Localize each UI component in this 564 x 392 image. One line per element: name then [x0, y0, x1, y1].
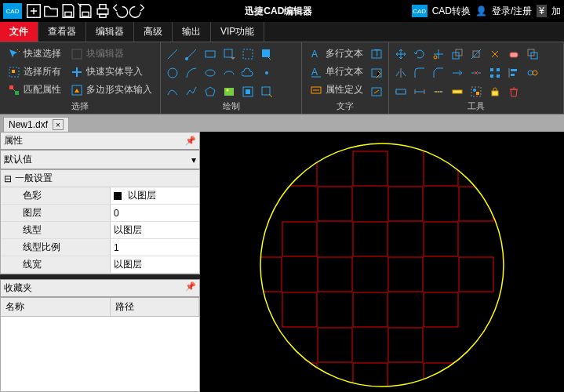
- undo-icon[interactable]: [111, 2, 129, 20]
- ray-icon[interactable]: [184, 47, 198, 61]
- svg-rect-10: [72, 49, 82, 59]
- favorites-table: 名称 路径: [0, 297, 200, 392]
- close-tab-icon[interactable]: ×: [53, 119, 64, 130]
- group-icon[interactable]: [469, 85, 483, 99]
- property-section[interactable]: ⊟ 一般设置: [1, 170, 199, 187]
- spline-icon[interactable]: [166, 85, 180, 99]
- svg-rect-23: [246, 89, 250, 94]
- join-icon[interactable]: [526, 66, 540, 80]
- align-icon[interactable]: [507, 66, 521, 80]
- lengthen-icon[interactable]: [413, 85, 427, 99]
- tab-vip[interactable]: VIP功能: [211, 22, 264, 42]
- fav-col-path[interactable]: 路径: [111, 298, 199, 316]
- prop-row-lineweight[interactable]: 线宽以图层: [1, 256, 199, 274]
- block-icon[interactable]: [241, 85, 255, 99]
- arc-icon[interactable]: [184, 66, 198, 80]
- singleline-text-button[interactable]: A单行文本: [307, 64, 366, 80]
- array-icon[interactable]: [488, 66, 502, 80]
- divide-icon[interactable]: [431, 85, 446, 99]
- save-icon[interactable]: [60, 2, 77, 20]
- fillet-icon[interactable]: [413, 66, 427, 80]
- rotate-icon[interactable]: [413, 47, 427, 61]
- textbox-icon[interactable]: T: [369, 47, 384, 61]
- erase-icon[interactable]: [507, 47, 521, 61]
- scale-icon[interactable]: [450, 47, 464, 61]
- chamfer-icon[interactable]: [431, 66, 446, 80]
- fav-col-name[interactable]: 名称: [1, 298, 111, 316]
- purge-icon[interactable]: [507, 85, 521, 99]
- svg-rect-14: [224, 49, 232, 57]
- tab-editor[interactable]: 编辑器: [86, 22, 134, 42]
- move-icon[interactable]: [394, 47, 408, 61]
- textstyle-icon[interactable]: [369, 85, 384, 99]
- shape-dd-icon[interactable]: [222, 47, 236, 61]
- svg-rect-60: [318, 187, 352, 221]
- properties-header: 属性 📌: [0, 132, 200, 150]
- extend-icon[interactable]: [450, 66, 464, 80]
- point-icon[interactable]: [260, 66, 274, 80]
- property-selector[interactable]: 默认值 ▾: [0, 150, 200, 169]
- svg-rect-20: [224, 88, 234, 96]
- region-icon[interactable]: [241, 47, 255, 61]
- select-all-button[interactable]: 选择所有: [5, 64, 64, 80]
- ellipse-icon[interactable]: [203, 66, 217, 80]
- polygon-icon[interactable]: [203, 85, 217, 99]
- svg-rect-39: [490, 68, 493, 71]
- polyline-icon[interactable]: [184, 85, 198, 99]
- favorites-header: 收藏夹 📌: [0, 279, 200, 297]
- quick-import-button[interactable]: 快速实体导入: [67, 64, 155, 80]
- lock-icon[interactable]: [488, 85, 502, 99]
- document-tabs: New1.dxf ×: [0, 114, 564, 132]
- polyline-input-button[interactable]: 多边形实体输入: [67, 82, 155, 98]
- new-icon[interactable]: [25, 2, 42, 20]
- circle-icon[interactable]: [166, 66, 180, 80]
- line-icon[interactable]: [166, 47, 180, 61]
- cad-convert-link[interactable]: CAD转换: [432, 5, 471, 18]
- prop-row-layer[interactable]: 图层0: [1, 205, 199, 222]
- ellipse-arc-icon[interactable]: [222, 66, 236, 80]
- tab-output[interactable]: 输出: [173, 22, 211, 42]
- upgrade-link[interactable]: 加: [551, 5, 561, 18]
- saveas-icon[interactable]: [77, 2, 94, 20]
- copy-icon[interactable]: [526, 47, 540, 61]
- trim-icon[interactable]: [431, 47, 446, 61]
- break-icon[interactable]: [469, 66, 483, 80]
- hatch-dd-icon[interactable]: [260, 47, 274, 61]
- attribute-def-button[interactable]: 属性定义: [307, 82, 366, 98]
- svg-rect-68: [388, 257, 423, 292]
- svg-rect-40: [497, 68, 500, 71]
- drawing-canvas[interactable]: [200, 132, 564, 392]
- block-editor-button[interactable]: 块编辑器: [67, 45, 155, 62]
- mirror-icon[interactable]: [394, 66, 408, 80]
- multiline-text-button[interactable]: A多行文本: [307, 45, 366, 62]
- textedit-icon[interactable]: [369, 66, 384, 80]
- image-icon[interactable]: [222, 85, 236, 99]
- print-icon[interactable]: [94, 2, 111, 20]
- login-link[interactable]: 登录/注册: [492, 5, 532, 18]
- quick-select-button[interactable]: 快速选择: [5, 45, 64, 62]
- select-all-icon: [8, 66, 20, 78]
- pin-icon[interactable]: 📌: [185, 136, 196, 146]
- offset-icon[interactable]: [469, 47, 483, 61]
- insert-block-icon[interactable]: [260, 85, 274, 99]
- pin-icon[interactable]: 📌: [185, 281, 196, 295]
- svg-text:T: T: [374, 48, 380, 59]
- open-icon[interactable]: [42, 2, 60, 20]
- cloud-icon[interactable]: [241, 66, 255, 80]
- tab-file[interactable]: 文件: [0, 22, 38, 42]
- explode-icon[interactable]: [488, 47, 502, 61]
- rect-icon[interactable]: [203, 47, 217, 61]
- measure-icon[interactable]: [450, 85, 464, 99]
- document-tab[interactable]: New1.dxf ×: [3, 117, 69, 132]
- prop-row-ltscale[interactable]: 线型比例1: [1, 239, 199, 256]
- prop-row-color[interactable]: 色彩以图层: [1, 187, 199, 205]
- prop-row-linetype[interactable]: 线型以图层: [1, 222, 199, 239]
- svg-rect-69: [459, 257, 493, 292]
- svg-point-18: [206, 70, 215, 76]
- properties-table: ⊟ 一般设置 色彩以图层 图层0 线型以图层 线型比例1 线宽以图层: [0, 169, 200, 274]
- stretch-icon[interactable]: [394, 85, 408, 99]
- tab-viewer[interactable]: 查看器: [38, 22, 86, 42]
- match-prop-button[interactable]: 匹配属性: [5, 82, 64, 98]
- redo-icon[interactable]: [129, 2, 146, 20]
- tab-advanced[interactable]: 高级: [134, 22, 173, 42]
